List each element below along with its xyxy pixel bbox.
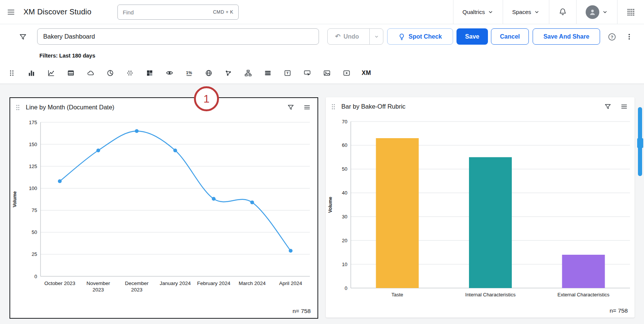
more-options-button[interactable] [624,31,635,42]
kebab-menu-icon [625,33,633,40]
preview-eye-icon[interactable] [165,69,174,77]
waffle-grid-icon [627,8,635,16]
undo-button[interactable]: ↶ Undo [328,33,366,40]
cancel-button[interactable]: Cancel [491,28,529,45]
scatter-dots-icon[interactable] [126,69,134,77]
chevron-down-icon [488,9,494,15]
svg-text:December2023: December2023 [125,280,149,293]
svg-text:50: 50 [32,229,37,235]
chevron-down-icon [602,9,608,15]
world-map-icon[interactable] [205,69,213,77]
save-and-share-label: Save And Share [543,33,589,40]
hamburger-menu-icon[interactable] [7,8,15,16]
widget-header: Bar by Bake-Off Rubric [326,97,635,112]
widget-type-toolbar: 1% T XM [0,62,644,84]
bar-chart: 010203040506070VolumeTasteInternal Chara… [326,112,633,306]
widget-drag-handle-icon[interactable] [15,104,20,111]
drag-handle-icon[interactable] [8,69,16,77]
pie-chart-icon[interactable] [106,69,114,77]
hierarchy-icon[interactable] [244,69,252,77]
widget-header: Line by Month (Document Date) [10,98,317,112]
svg-text:March 2024: March 2024 [239,280,266,286]
app-switcher-button[interactable] [617,0,644,24]
svg-text:1%: 1% [186,70,192,75]
save-button[interactable]: Save [456,28,488,45]
account-menu[interactable] [576,0,617,24]
undo-split-button[interactable]: ↶ Undo [327,28,383,45]
svg-text:Volume: Volume [328,196,333,213]
svg-text:October 2023: October 2023 [44,280,75,286]
save-and-share-button[interactable]: Save And Share [533,28,600,45]
line-chart: 0255075100125150175VolumeOctober 2023Nov… [10,113,316,307]
svg-text:?: ? [610,34,613,39]
bar-chart-widget[interactable]: Bar by Bake-Off Rubric 010203040506070Vo… [326,97,635,318]
dashboard-filter-icon[interactable] [19,33,27,42]
search-shortcut-hint: CMD + K [213,9,233,15]
widget-menu-icon[interactable] [303,104,311,111]
top-bar: XM Discover Studio CMD + K Qualtrics Spa… [0,0,644,24]
bell-icon [558,8,567,16]
filters-summary[interactable]: Filters: Last 180 days [39,53,95,59]
svg-text:Taste: Taste [391,292,403,298]
dashboard-name-input[interactable] [37,28,319,45]
cancel-label: Cancel [500,33,520,40]
spaces-menu[interactable]: Spaces [503,0,549,24]
svg-text:External Characteristics: External Characteristics [558,292,610,298]
image-icon[interactable] [323,69,331,77]
svg-text:T: T [286,71,289,75]
widget-title: Line by Month (Document Date) [26,104,282,111]
undo-label: Undo [344,33,359,40]
widget-title: Bar by Bake-Off Rubric [341,103,599,110]
global-search[interactable]: CMD + K [117,5,239,20]
dashboard-canvas: Line by Month (Document Date) 0255075100… [0,84,644,323]
widget-filter-icon[interactable] [604,103,611,110]
help-icon: ? [608,33,616,41]
xm-logo[interactable]: XM [362,69,370,77]
save-label: Save [465,33,479,40]
widget-filter-icon[interactable] [287,104,294,111]
spot-check-button[interactable]: Spot Check [387,28,453,45]
table-icon[interactable] [67,69,75,77]
svg-text:20: 20 [342,238,347,243]
svg-text:40: 40 [342,190,347,196]
sample-size-label: n= 758 [292,308,311,315]
stacked-bars-icon[interactable] [264,69,272,77]
svg-text:125: 125 [29,164,37,169]
qualtrics-menu-label: Qualtrics [463,9,485,15]
heatmap-icon[interactable] [145,69,154,77]
svg-text:0: 0 [345,285,347,291]
svg-text:50: 50 [342,166,347,172]
svg-text:April 2024: April 2024 [279,280,302,286]
video-icon[interactable] [342,69,351,77]
notifications-button[interactable] [549,0,576,24]
line-chart-widget[interactable]: Line by Month (Document Date) 0255075100… [9,97,318,319]
search-input[interactable] [123,9,209,16]
svg-text:January 2024: January 2024 [160,280,191,286]
spaces-menu-label: Spaces [512,9,531,15]
callout-icon[interactable] [303,69,311,77]
top-nav: Qualtrics Spaces [453,0,644,24]
line-chart-icon[interactable] [47,69,55,77]
svg-text:November2023: November2023 [86,280,110,293]
svg-text:10: 10 [342,262,347,267]
bar-chart-icon[interactable] [27,69,36,77]
annotation-callout-1: 1 [194,86,219,111]
svg-text:February 2024: February 2024 [197,280,230,286]
text-box-icon[interactable]: T [283,69,292,77]
scrollbar-handle[interactable] [637,138,643,148]
qualtrics-menu[interactable]: Qualtrics [453,0,503,24]
metric-percent-icon[interactable]: 1% [185,69,193,77]
avatar [586,5,599,19]
svg-text:Internal Characteristics: Internal Characteristics [465,292,516,298]
undo-history-dropdown[interactable] [369,29,383,44]
svg-text:0: 0 [34,274,37,279]
svg-text:150: 150 [29,142,37,147]
filters-bar: Filters: Last 180 days [0,49,644,62]
word-cloud-icon[interactable] [86,69,95,77]
network-icon[interactable] [224,69,233,77]
svg-text:Volume: Volume [12,191,17,207]
undo-icon: ↶ [335,33,340,40]
help-button[interactable]: ? [606,31,617,42]
widget-menu-icon[interactable] [621,103,628,110]
widget-drag-handle-icon[interactable] [331,103,336,110]
